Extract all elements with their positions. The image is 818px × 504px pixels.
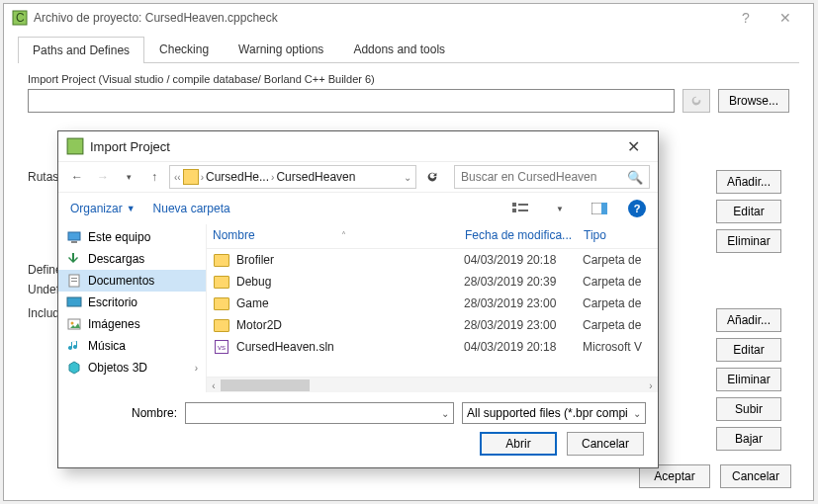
nav-up-button[interactable]: ↑: [143, 166, 165, 188]
chevron-down-icon[interactable]: ⌄: [441, 408, 449, 419]
file-name: Debug: [236, 275, 464, 289]
file-dialog-body: Este equipo Descargas Documentos Escrito…: [58, 224, 658, 392]
filename-row: Nombre: ⌄ All supported files (*.bpr com…: [58, 392, 658, 430]
filename-label: Nombre:: [70, 406, 177, 420]
file-row[interactable]: Game28/03/2019 23:00Carpeta de: [207, 293, 658, 314]
file-dialog-toolbar: Organizar ▼ Nueva carpeta ▼ ?: [58, 193, 658, 224]
file-row[interactable]: Debug28/03/2019 20:39Carpeta de: [207, 271, 658, 293]
breadcrumb[interactable]: ‹‹ › CursedHe... › CursedHeaven ⌄: [169, 165, 416, 189]
file-name: Game: [236, 296, 464, 310]
scrollbar-thumb[interactable]: [221, 379, 310, 391]
nav-forward-button[interactable]: →: [92, 166, 114, 188]
file-dialog-close-button[interactable]: ✕: [616, 137, 650, 156]
browse-button[interactable]: Browse...: [718, 89, 789, 113]
svg-rect-3: [512, 203, 516, 207]
search-input[interactable]: [461, 170, 627, 184]
preview-pane-button[interactable]: [589, 200, 610, 217]
download-icon: [66, 251, 82, 267]
rutas-delete-button[interactable]: Eliminar: [716, 229, 781, 253]
file-type: Carpeta de: [583, 296, 652, 310]
help-button[interactable]: ?: [628, 200, 646, 217]
view-dropdown[interactable]: ▼: [549, 200, 571, 217]
horizontal-scrollbar[interactable]: ‹ ›: [207, 377, 658, 392]
file-row[interactable]: Motor2D28/03/2019 23:00Carpeta de: [207, 314, 658, 336]
folder-icon: [213, 316, 230, 334]
folder-icon: [183, 169, 199, 185]
tab-addons-tools[interactable]: Addons and tools: [338, 36, 460, 62]
includes-up-button[interactable]: Subir: [716, 397, 781, 421]
file-date: 04/03/2019 20:18: [464, 253, 583, 267]
tree-item-escritorio[interactable]: Escritorio: [58, 292, 206, 313]
tab-paths-defines[interactable]: Paths and Defines: [18, 37, 144, 63]
refresh-button[interactable]: [420, 165, 444, 189]
filename-combo[interactable]: ⌄: [185, 402, 454, 424]
import-project-group: Import Project (Visual studio / compile …: [28, 73, 789, 113]
import-project-file-dialog: Import Project ✕ ← → ▾ ↑ ‹‹ › CursedHe..…: [57, 130, 659, 468]
scroll-left-button[interactable]: ‹: [207, 378, 221, 393]
file-type: Carpeta de: [583, 253, 652, 267]
search-icon: 🔍: [627, 170, 643, 185]
filetype-filter-combo[interactable]: All supported files (*.bpr compi ⌄: [462, 402, 646, 424]
tree-item-imagenes[interactable]: Imágenes: [58, 313, 206, 335]
svg-rect-2: [67, 138, 83, 154]
open-button[interactable]: Abrir: [480, 432, 557, 456]
file-row[interactable]: Brofiler04/03/2019 20:18Carpeta de: [207, 249, 658, 271]
parent-cancel-button[interactable]: Cancelar: [720, 464, 791, 488]
tree-item-documentos[interactable]: Documentos: [58, 270, 206, 292]
pc-icon: [66, 229, 82, 245]
svg-rect-9: [68, 232, 80, 240]
import-reload-button[interactable]: [682, 89, 710, 113]
col-header-name[interactable]: Nombre ˄: [213, 228, 465, 242]
col-header-date[interactable]: Fecha de modifica...: [465, 228, 584, 242]
includes-down-button[interactable]: Bajar: [716, 427, 781, 451]
col-header-type[interactable]: Tipo: [584, 228, 652, 242]
tree-item-este-equipo[interactable]: Este equipo: [58, 226, 206, 248]
cancel-button[interactable]: Cancelar: [567, 432, 644, 456]
file-dialog-navbar: ← → ▾ ↑ ‹‹ › CursedHe... › CursedHeaven …: [58, 161, 658, 193]
tree-item-musica[interactable]: Música: [58, 335, 206, 357]
includes-button-column: Añadir... Editar Eliminar Subir Bajar: [716, 308, 781, 451]
nav-back-button[interactable]: ←: [66, 166, 88, 188]
import-path-input[interactable]: [28, 89, 675, 113]
includes-delete-button[interactable]: Eliminar: [716, 368, 781, 391]
file-row[interactable]: vsCursedHeaven.sln04/03/2019 20:18Micros…: [207, 336, 658, 358]
filename-input[interactable]: [190, 406, 441, 420]
svg-rect-5: [518, 204, 528, 206]
rutas-edit-button[interactable]: Editar: [716, 200, 781, 223]
svg-text:C: C: [16, 11, 25, 25]
chevron-down-icon[interactable]: ⌄: [404, 172, 411, 183]
svg-rect-8: [601, 203, 607, 214]
file-dialog-titlebar: Import Project ✕: [58, 131, 658, 161]
file-list: Nombre ˄ Fecha de modifica... Tipo Brofi…: [207, 224, 658, 392]
file-dialog-actions: Abrir Cancelar: [58, 430, 658, 465]
search-box[interactable]: 🔍: [454, 165, 650, 189]
scroll-right-button[interactable]: ›: [644, 378, 658, 393]
organize-menu[interactable]: Organizar ▼: [70, 202, 136, 215]
import-group-label: Import Project (Visual studio / compile …: [28, 73, 789, 85]
tab-warning-options[interactable]: Warning options: [224, 36, 338, 62]
desktop-icon: [66, 294, 82, 310]
filter-label: All supported files (*.bpr compi: [467, 406, 628, 420]
chevron-down-icon: ▼: [127, 204, 136, 213]
includes-add-button[interactable]: Añadir...: [716, 308, 781, 332]
rutas-add-button[interactable]: Añadir...: [716, 170, 781, 194]
chevron-down-icon[interactable]: ⌄: [633, 408, 641, 419]
help-window-button[interactable]: ?: [726, 10, 766, 26]
nav-history-dropdown[interactable]: ▾: [118, 166, 139, 188]
breadcrumb-seg-1[interactable]: CursedHeaven: [276, 170, 355, 184]
rutas-button-column: Añadir... Editar Eliminar: [716, 170, 781, 253]
file-type: Carpeta de: [583, 318, 652, 332]
tab-checking[interactable]: Checking: [144, 36, 224, 62]
document-icon: [66, 273, 82, 289]
view-mode-button[interactable]: [509, 200, 531, 217]
breadcrumb-seg-0[interactable]: CursedHe...: [206, 170, 269, 184]
tree-item-descargas[interactable]: Descargas: [58, 248, 206, 270]
close-window-button[interactable]: ✕: [766, 10, 805, 26]
tree-item-objetos3d[interactable]: Objetos 3D ›: [58, 357, 206, 378]
tree-label: Descargas: [88, 252, 144, 266]
includes-edit-button[interactable]: Editar: [716, 338, 781, 362]
svg-rect-10: [71, 241, 77, 243]
svg-rect-12: [71, 278, 77, 279]
sort-asc-icon: ˄: [341, 230, 346, 241]
new-folder-button[interactable]: Nueva carpeta: [153, 202, 230, 215]
